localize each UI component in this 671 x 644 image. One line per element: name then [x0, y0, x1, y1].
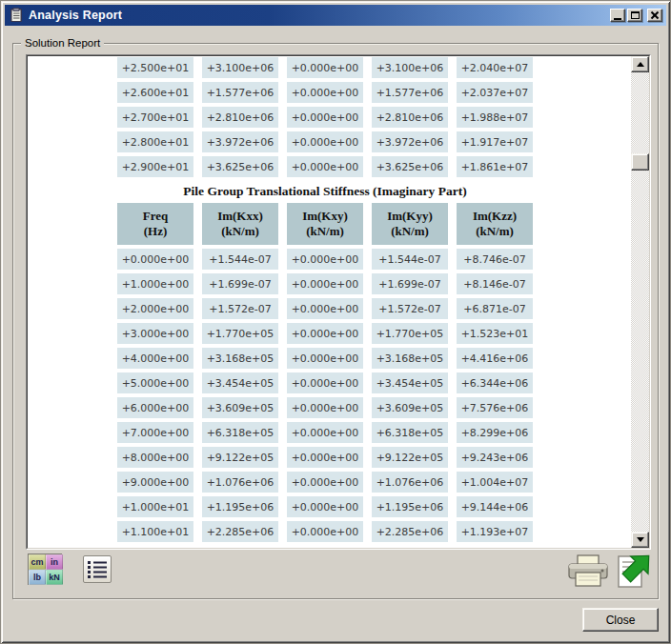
table-row: +2.900e+01+3.625e+06+0.000e+00+3.625e+06… [117, 156, 533, 177]
table-cell: +6.871e-07 [457, 298, 533, 319]
table-cell: +1.572e-07 [372, 298, 448, 319]
scrollbar-thumb[interactable] [631, 153, 649, 171]
table-row: +2.800e+01+3.972e+06+0.000e+00+3.972e+06… [117, 131, 533, 152]
table-cell: +0.000e+00 [287, 348, 363, 369]
triangle-up-icon [637, 62, 644, 67]
table-cell: +1.544e-07 [372, 249, 448, 270]
table-cell: +1.988e+07 [457, 107, 533, 128]
table-cell: +8.746e-07 [457, 249, 533, 270]
table-cell: +3.000e+00 [117, 323, 193, 344]
table-cell: +6.000e+00 [117, 397, 193, 418]
close-button[interactable]: Close [582, 608, 659, 632]
triangle-down-icon [637, 537, 644, 542]
titlebar[interactable]: Analysis Report [5, 5, 666, 26]
table-cell: +0.000e+00 [287, 472, 363, 493]
analysis-report-dialog: Analysis Report Solution Report +2.500e+… [0, 0, 671, 644]
table-cell: +1.861e+07 [457, 156, 533, 177]
table-cell: +1.544e-07 [202, 249, 278, 270]
table-cell: +0.000e+00 [287, 521, 363, 542]
report-view[interactable]: +2.500e+01+3.100e+06+0.000e+00+3.100e+06… [28, 56, 631, 548]
table-cell: +1.699e-07 [372, 273, 448, 294]
table-cell: +9.144e+06 [457, 496, 533, 517]
column-header: Freq(Hz) [117, 203, 193, 245]
stiffness-table-imaginary-part: Freq(Hz)Im(Kxx)(kN/m)Im(Kxy)(kN/m)Im(Kyy… [109, 199, 541, 546]
list-icon [87, 559, 108, 579]
table-cell: +0.000e+00 [287, 82, 363, 103]
table-row: +0.000e+00+1.544e-07+0.000e+00+1.544e-07… [117, 249, 533, 270]
table-cell: +0.000e+00 [287, 131, 363, 152]
table-cell: +1.195e+06 [202, 496, 278, 517]
export-report-icon [617, 550, 651, 589]
table-row: +5.000e+00+3.454e+05+0.000e+00+3.454e+05… [117, 372, 533, 393]
report-options-button[interactable] [83, 555, 112, 583]
table-cell: +2.000e+00 [117, 298, 193, 319]
minimize-button[interactable] [610, 9, 625, 22]
minimize-icon [614, 18, 621, 20]
table-cell: +2.600e+01 [117, 82, 193, 103]
export-button[interactable] [617, 550, 651, 589]
table-row: +8.000e+00+9.122e+05+0.000e+00+9.122e+05… [117, 447, 533, 468]
table-cell: +1.699e-07 [202, 273, 278, 294]
table-cell: +7.576e+06 [457, 397, 533, 418]
scroll-down-button[interactable] [631, 532, 649, 548]
print-button[interactable] [565, 554, 611, 588]
header-row: Freq(Hz)Im(Kxx)(kN/m)Im(Kxy)(kN/m)Im(Kyy… [117, 203, 533, 245]
table-cell: +8.299e+06 [457, 422, 533, 443]
table-cell: +1.572e-07 [202, 298, 278, 319]
table-cell: +9.243e+06 [457, 447, 533, 468]
table-cell: +1.577e+06 [372, 82, 448, 103]
table-row: +9.000e+00+1.076e+06+0.000e+00+1.076e+06… [117, 472, 533, 493]
table-row: +4.000e+00+3.168e+05+0.000e+00+3.168e+05… [117, 348, 533, 369]
table-cell: +3.454e+05 [202, 372, 278, 393]
table-cell: +3.168e+05 [372, 348, 448, 369]
table-cell: +2.900e+01 [117, 156, 193, 177]
table-cell: +6.344e+06 [457, 372, 533, 393]
table-cell: +2.800e+01 [117, 131, 193, 152]
groupbox-label: Solution Report [21, 36, 104, 50]
table-cell: +7.000e+00 [117, 422, 193, 443]
close-window-button[interactable] [647, 9, 662, 22]
table-cell: +0.000e+00 [287, 397, 363, 418]
table-cell: +9.122e+05 [372, 447, 448, 468]
scrollbar-track[interactable] [631, 72, 649, 532]
table-cell: +2.700e+01 [117, 107, 193, 128]
table-row: +1.000e+01+1.195e+06+0.000e+00+1.195e+06… [117, 496, 533, 517]
units-toggle-button[interactable]: cm in lb kN [28, 553, 62, 585]
table-cell: +2.500e+01 [117, 57, 193, 78]
table-cell: +1.100e+01 [117, 521, 193, 542]
table-title: Pile Group Translational Stiffness (Imag… [117, 184, 533, 199]
column-header: Im(Kzz)(kN/m) [457, 203, 533, 245]
report-panel: +2.500e+01+3.100e+06+0.000e+00+3.100e+06… [26, 54, 651, 550]
table-cell: +1.076e+06 [372, 472, 448, 493]
table-row: +1.100e+01+2.285e+06+0.000e+00+2.285e+06… [117, 521, 533, 542]
column-header: Im(Kxx)(kN/m) [202, 203, 278, 245]
table-row: +3.000e+00+1.770e+05+0.000e+00+1.770e+05… [117, 323, 533, 344]
table-cell: +2.285e+06 [372, 521, 448, 542]
vertical-scrollbar[interactable] [631, 56, 649, 548]
table-cell: +3.168e+05 [202, 348, 278, 369]
table-row: +2.500e+01+3.100e+06+0.000e+00+3.100e+06… [117, 57, 533, 78]
table-cell: +0.000e+00 [287, 496, 363, 517]
scroll-up-button[interactable] [631, 56, 649, 72]
table-row: +1.000e+00+1.699e-07+0.000e+00+1.699e-07… [117, 273, 533, 294]
table-cell: +3.972e+06 [372, 131, 448, 152]
table-cell: +0.000e+00 [287, 298, 363, 319]
table-cell: +1.000e+00 [117, 273, 193, 294]
table-cell: +3.609e+05 [372, 397, 448, 418]
table-row: +2.600e+01+1.577e+06+0.000e+00+1.577e+06… [117, 82, 533, 103]
table-cell: +2.810e+06 [202, 107, 278, 128]
table-cell: +2.037e+07 [457, 82, 533, 103]
table-cell: +2.285e+06 [202, 521, 278, 542]
table-cell: +1.195e+06 [372, 496, 448, 517]
maximize-button[interactable] [627, 9, 642, 22]
table-cell: +3.972e+06 [202, 131, 278, 152]
table-cell: +4.000e+00 [117, 348, 193, 369]
table-cell: +6.318e+05 [202, 422, 278, 443]
table-cell: +1.076e+06 [202, 472, 278, 493]
table-cell: +0.000e+00 [287, 323, 363, 344]
stiffness-table-real-part-tail: +2.500e+01+3.100e+06+0.000e+00+3.100e+06… [109, 56, 541, 181]
table-cell: +3.454e+05 [372, 372, 448, 393]
maximize-icon [631, 11, 640, 19]
table-cell: +1.770e+05 [202, 323, 278, 344]
report-clipboard-icon [9, 8, 24, 23]
